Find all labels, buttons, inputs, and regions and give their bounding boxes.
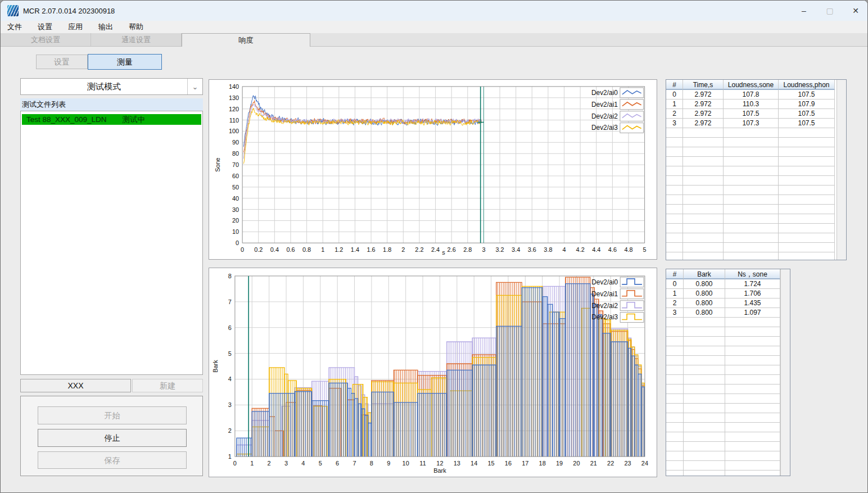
bark-table-body[interactable]: #BarkNs，sone00.8001.72410.8001.70620.800… <box>666 269 780 476</box>
cell: 107.8 <box>724 90 779 99</box>
table-row[interactable] <box>666 186 837 195</box>
table-row[interactable] <box>666 346 780 356</box>
cell <box>725 404 780 413</box>
table-row[interactable]: 30.8001.097 <box>666 308 780 318</box>
table-row[interactable]: 20.8001.435 <box>666 298 780 308</box>
table-row[interactable] <box>666 365 780 375</box>
tab-document-settings[interactable]: 文档设置 <box>1 33 91 46</box>
table-row[interactable] <box>666 423 780 432</box>
tab-loudness[interactable]: 响度 <box>182 33 310 47</box>
cell <box>725 451 780 461</box>
start-button[interactable]: 开始 <box>38 406 187 424</box>
svg-text:1: 1 <box>321 246 324 253</box>
cell <box>666 157 683 166</box>
table-row[interactable] <box>666 224 837 233</box>
table-row[interactable] <box>666 128 837 138</box>
minimize-icon[interactable]: – <box>791 1 817 21</box>
table-row[interactable] <box>666 356 780 365</box>
table-row[interactable]: 12.972110.3107.9 <box>666 99 837 109</box>
cell <box>724 147 779 157</box>
table-row[interactable] <box>666 166 837 176</box>
cell: 107.5 <box>724 109 779 119</box>
svg-text:3.4: 3.4 <box>512 246 520 253</box>
svg-text:1.2: 1.2 <box>334 246 343 253</box>
menu-file[interactable]: 文件 <box>1 21 29 33</box>
svg-text:120: 120 <box>229 106 239 112</box>
table-row[interactable] <box>666 233 837 243</box>
table-row[interactable]: 10.8001.706 <box>666 289 780 298</box>
table-row[interactable] <box>666 176 837 186</box>
cell <box>666 442 684 451</box>
table-row[interactable] <box>666 318 780 327</box>
bark-table[interactable]: #BarkNs，sone00.8001.72410.8001.70620.800… <box>666 269 790 476</box>
svg-text:4: 4 <box>301 460 305 467</box>
table-row[interactable] <box>666 404 780 413</box>
scrollbar[interactable] <box>780 269 790 476</box>
loudness-table[interactable]: #Time,sLoudness,soneLoudness,phon02.9721… <box>666 79 847 260</box>
list-item[interactable]: Test 88_XXX_009_LDN 测试中 <box>22 114 201 125</box>
bark-spectrum-chart[interactable]: 0123456789101112131415161718192021222324… <box>209 268 657 477</box>
tab-channel-settings[interactable]: 通道设置 <box>91 33 182 46</box>
stop-button[interactable]: 停止 <box>38 429 187 447</box>
cell <box>666 337 684 346</box>
svg-text:3: 3 <box>482 246 485 253</box>
table-row[interactable] <box>666 461 780 471</box>
table-row[interactable]: 22.972107.5107.5 <box>666 109 837 119</box>
save-button[interactable]: 保存 <box>38 451 187 469</box>
table-row[interactable] <box>666 451 780 461</box>
menu-settings[interactable]: 设置 <box>31 21 59 33</box>
chevron-down-icon[interactable]: ⌄ <box>187 79 202 94</box>
maximize-icon[interactable]: ▢ <box>817 1 843 21</box>
subtab-measure-button[interactable]: 测量 <box>88 54 162 70</box>
loudness-time-chart[interactable]: 00.20.40.60.811.21.41.61.822.22.42.62.83… <box>209 79 657 260</box>
xxx-button[interactable]: XXX <box>20 379 131 392</box>
table-row[interactable] <box>666 394 780 404</box>
test-mode-select[interactable]: 测试模式 ⌄ <box>20 78 203 95</box>
table-row[interactable] <box>666 214 837 224</box>
cell: 2.972 <box>683 99 724 109</box>
cell <box>725 442 780 451</box>
table-row[interactable] <box>666 147 837 157</box>
table-row[interactable] <box>666 413 780 423</box>
svg-text:4.6: 4.6 <box>608 246 617 253</box>
test-file-list[interactable]: Test 88_XXX_009_LDN 测试中 <box>20 111 203 375</box>
cell <box>666 166 683 176</box>
table-row[interactable] <box>666 157 837 166</box>
cell <box>666 186 683 195</box>
series-Dev2/ai2 <box>243 105 481 159</box>
table-row[interactable] <box>666 252 837 260</box>
svg-text:11: 11 <box>419 460 426 467</box>
table-header-row[interactable]: #Time,sLoudness,soneLoudness,phon <box>666 80 837 90</box>
table-row[interactable] <box>666 471 780 476</box>
table-row[interactable]: 32.972107.3107.5 <box>666 119 837 128</box>
cell <box>684 432 725 442</box>
cell <box>724 224 779 233</box>
cell <box>779 147 835 157</box>
table-row[interactable] <box>666 432 780 442</box>
svg-text:20: 20 <box>573 460 580 467</box>
table-header-row[interactable]: #BarkNs，sone <box>666 269 780 279</box>
table-row[interactable] <box>666 337 780 346</box>
menu-output[interactable]: 输出 <box>92 21 120 33</box>
subtab-settings-button[interactable]: 设置 <box>36 55 88 69</box>
table-row[interactable] <box>666 243 837 252</box>
table-row[interactable] <box>666 205 837 214</box>
table-row[interactable] <box>666 138 837 147</box>
table-row[interactable] <box>666 375 780 385</box>
table-row[interactable] <box>666 385 780 394</box>
header-cell: Loudness,sone <box>724 80 779 90</box>
close-icon[interactable]: ✕ <box>843 1 868 21</box>
table-row[interactable]: 02.972107.8107.5 <box>666 90 837 99</box>
table-row[interactable] <box>666 327 780 337</box>
menu-apply[interactable]: 应用 <box>61 21 89 33</box>
table-row[interactable] <box>666 442 780 451</box>
table-row[interactable]: 00.8001.724 <box>666 279 780 289</box>
menu-help[interactable]: 帮助 <box>122 21 150 33</box>
cell: 1 <box>666 99 683 109</box>
loudness-table-body[interactable]: #Time,sLoudness,soneLoudness,phon02.9721… <box>666 80 837 260</box>
header-cell: # <box>666 80 683 90</box>
new-button[interactable]: 新建 <box>132 379 203 392</box>
table-row[interactable] <box>666 195 837 205</box>
scrollbar[interactable] <box>837 80 846 260</box>
svg-text:2: 2 <box>268 460 271 467</box>
